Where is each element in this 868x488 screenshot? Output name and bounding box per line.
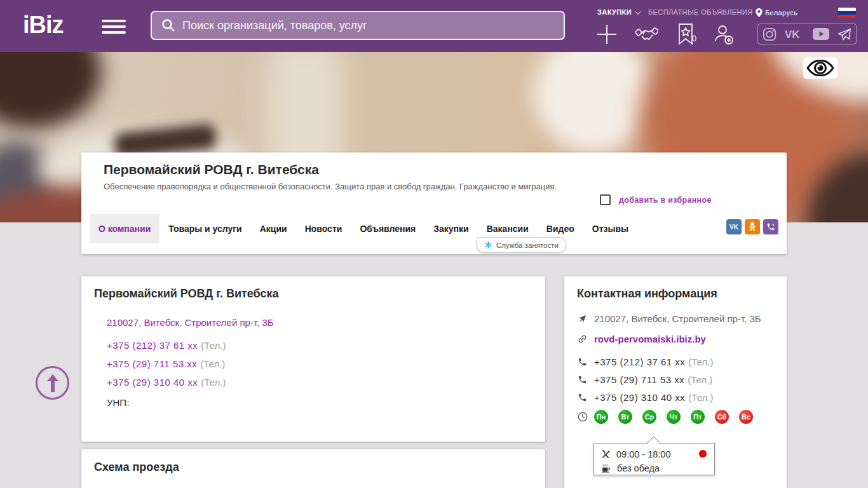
procurement-link[interactable]: ЗАКУПКИ [597,8,639,16]
tab-news[interactable]: Новости [296,214,351,243]
phone-row: +375 (212) 37 61 xx(Тел.) [107,340,226,351]
company-social-links: VK [726,219,778,234]
day-badge[interactable]: Сб [715,410,729,424]
favorites-count: 0 [692,34,696,43]
instagram-icon[interactable] [763,27,776,41]
employment-service-label: Служба занятости [496,241,559,249]
ok-icon[interactable] [745,219,760,234]
contact-phone-row: +375 (29) 310 40 xx(Тел.) [577,392,713,403]
add-to-favorites[interactable]: добавить в избранное [600,194,712,205]
add-user-icon [713,24,735,45]
company-header-card: Первомайский РОВД г. Витебска Обеспечени… [81,152,787,254]
company-address-link[interactable]: 210027, Витебск, Строителей пр-т, 3Б [107,317,274,328]
company-description: Обеспечение правопорядка и общественной … [104,182,557,191]
vk-icon[interactable]: VK [785,29,804,40]
ibiz-logo[interactable]: iBiz [23,11,64,39]
arrow-up-icon [46,374,60,392]
handshake-icon [635,25,658,44]
day-badge[interactable]: Пн [594,410,608,424]
phone-icon [578,375,587,384]
telegram-icon[interactable] [837,28,851,41]
search-input[interactable] [182,19,564,32]
contact-card-title: Контактная информация [577,287,717,301]
location-pin-icon [756,8,763,17]
top-header: iBiz ЗАКУПКИ БЕСПЛАТНЫЕ ОБЪЯВЛЕНИЯ Белар… [0,0,868,52]
day-badge[interactable]: Пт [691,410,705,424]
hamburger-menu-icon[interactable] [102,20,126,34]
favorites-button[interactable]: 0 [674,23,698,46]
accessibility-version-button[interactable] [803,57,837,79]
day-badge[interactable]: Вт [618,410,632,424]
tab-procurement[interactable]: Закупки [424,214,477,243]
coffee-cup-icon [600,463,611,473]
contact-address-row: 210027, Витебск, Строителей пр-т, 3Б [577,313,761,324]
add-to-favorites-label: добавить в избранное [619,196,712,205]
search-bar [151,11,565,40]
website-link[interactable]: rovd-pervomaiski.ibiz.by [594,334,706,344]
working-hours: 09:00 - 18:00 [616,449,670,459]
working-days-row: Пн Вт Ср Чт Пт Сб Вс [577,410,757,424]
clock-icon [578,412,588,422]
day-badge[interactable]: Чт [667,410,681,424]
partners-button[interactable] [635,23,659,46]
phone-link[interactable]: +375 (29) 711 53 xx [594,374,684,385]
vk-icon[interactable]: VK [726,219,742,234]
tab-promotions[interactable]: Акции [251,214,296,243]
region-selector[interactable]: Беларусь [756,8,797,17]
status-dot [699,450,707,458]
russia-flag-icon[interactable] [838,8,856,18]
search-icon [161,18,176,33]
contact-phone-row: +375 (29) 711 53 xx(Тел.) [577,374,712,385]
checkbox-icon[interactable] [600,194,611,205]
tools-icon [600,449,611,459]
scroll-to-top-button[interactable] [36,366,69,400]
map-card-title: Схема проезда [94,461,179,474]
viber-icon[interactable] [763,219,778,234]
add-company-button[interactable] [595,23,619,46]
page-title: Первомайский РОВД г. Витебска [104,162,319,177]
lunch-info: без обеда [617,463,660,473]
link-icon [574,331,590,346]
phone-row: +375 (29) 711 53 xx(Тел.) [107,358,225,369]
employment-service-badge[interactable]: Служба занятости [477,237,566,253]
svg-text:VK: VK [785,29,800,40]
unp-label: УНП: [107,397,129,408]
plus-icon [596,24,618,45]
company-info-card: Первомайский РОВД г. Витебска 210027, Ви… [81,276,545,442]
contact-phone-row: +375 (212) 37 61 xx(Тел.) [577,356,713,367]
tab-announcements[interactable]: Объявления [351,214,424,243]
accessibility-eye-icon [806,60,834,76]
phone-link[interactable]: +375 (29) 310 40 xx [107,377,198,388]
phone-link[interactable]: +375 (212) 37 61 xx [107,340,198,351]
tab-products[interactable]: Товары и услуги [159,214,250,243]
tab-about[interactable]: О компании [90,214,159,243]
info-card-title: Первомайский РОВД г. Витебска [94,287,278,301]
phone-link[interactable]: +375 (212) 37 61 xx [594,356,685,367]
youtube-icon[interactable] [813,28,829,40]
day-badge[interactable]: Ср [642,410,656,424]
chevron-down-icon [635,8,641,15]
add-user-button[interactable] [712,23,736,46]
tab-reviews[interactable]: Отзывы [583,214,637,243]
phone-icon [578,357,587,367]
nav-arrow-icon [578,314,587,323]
contact-website-row: rovd-pervomaiski.ibiz.by [577,334,706,344]
employment-asterisk-icon [484,241,492,249]
phone-link[interactable]: +375 (29) 310 40 xx [594,392,685,403]
day-badge[interactable]: Вс [739,410,753,424]
free-ads-link[interactable]: БЕСПЛАТНЫЕ ОБЪЯВЛЕНИЯ [648,8,753,16]
map-card: Схема проезда [81,449,545,488]
phone-link[interactable]: +375 (29) 711 53 xx [107,358,197,369]
phone-row: +375 (29) 310 40 xx(Тел.) [107,377,226,388]
header-social-links: VK [757,24,857,44]
phone-icon [578,393,587,402]
